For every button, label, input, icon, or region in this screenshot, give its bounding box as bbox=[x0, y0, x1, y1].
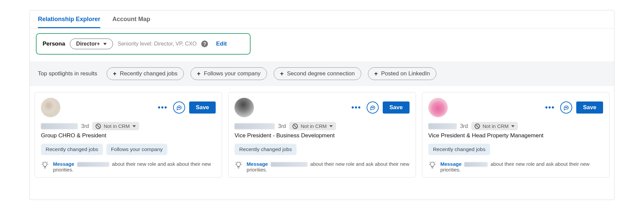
seniority-level: Seniority level: Director, VP, CXO bbox=[118, 41, 197, 47]
prohibit-icon bbox=[292, 124, 298, 129]
crm-status-pill[interactable]: Not in CRM bbox=[471, 122, 518, 130]
crm-status-pill[interactable]: Not in CRM bbox=[92, 122, 139, 130]
lead-name-inline-redacted bbox=[77, 162, 109, 167]
avatar[interactable] bbox=[234, 98, 254, 117]
message-link[interactable]: Message bbox=[53, 161, 74, 167]
tab-account-map[interactable]: Account Map bbox=[112, 10, 150, 28]
more-menu-icon[interactable]: ••• bbox=[544, 103, 556, 112]
avatar[interactable] bbox=[428, 98, 448, 117]
svg-point-2 bbox=[180, 107, 180, 108]
svg-point-4 bbox=[372, 107, 373, 108]
insight-tag: Recently changed jobs bbox=[41, 144, 103, 155]
persona-bar: Persona Director+ Seniority level: Direc… bbox=[36, 33, 251, 55]
connection-degree: 3rd bbox=[278, 123, 286, 129]
hint-suffix: about their new role and ask about their… bbox=[440, 161, 590, 172]
lead-name-redacted[interactable] bbox=[234, 123, 275, 129]
spotlights-label: Top spotlights in results bbox=[38, 70, 97, 77]
save-button[interactable]: Save bbox=[383, 101, 410, 114]
seniority-label: Seniority level: bbox=[118, 41, 153, 47]
tabs: Relationship Explorer Account Map bbox=[30, 10, 614, 28]
svg-point-7 bbox=[566, 107, 567, 108]
message-button[interactable] bbox=[560, 101, 572, 114]
lead-card: ••• Save 3rd Not in CRM bbox=[35, 92, 222, 178]
more-menu-icon[interactable]: ••• bbox=[350, 103, 363, 112]
crm-status-label: Not in CRM bbox=[104, 123, 130, 129]
hint-text: Message about their new role and ask abo… bbox=[53, 161, 216, 172]
save-button[interactable]: Save bbox=[576, 101, 603, 114]
insight-tag: Recently changed jobs bbox=[234, 144, 297, 155]
hint-text: Message about their new role and ask abo… bbox=[247, 161, 409, 172]
lead-title: Group CHRO & President bbox=[41, 132, 216, 139]
lightbulb-icon bbox=[41, 161, 49, 169]
svg-point-1 bbox=[179, 107, 179, 108]
chevron-down-icon bbox=[132, 125, 136, 127]
spotlight-chip-recently-changed-jobs[interactable]: + Recently changed jobs bbox=[107, 67, 184, 80]
svg-point-3 bbox=[372, 107, 372, 108]
svg-point-5 bbox=[373, 107, 374, 108]
lead-card: ••• Save 3rd Not in CRM bbox=[228, 92, 416, 178]
edit-persona-link[interactable]: Edit bbox=[216, 41, 227, 47]
results-cards: ••• Save 3rd Not in CRM bbox=[30, 86, 614, 178]
spotlight-chip-posted-on-linkedin[interactable]: + Posted on LinkedIn bbox=[368, 67, 436, 80]
save-button[interactable]: Save bbox=[189, 101, 216, 114]
lead-name-redacted[interactable] bbox=[41, 123, 78, 129]
help-icon[interactable]: ? bbox=[201, 41, 208, 47]
chevron-down-icon bbox=[329, 125, 333, 127]
svg-point-6 bbox=[565, 107, 566, 108]
crm-status-label: Not in CRM bbox=[301, 123, 327, 129]
more-menu-icon[interactable]: ••• bbox=[157, 103, 169, 112]
crm-status-label: Not in CRM bbox=[483, 123, 509, 129]
spotlight-chip-follows-your-company[interactable]: + Follows your company bbox=[191, 67, 267, 80]
relationship-explorer-panel: Relationship Explorer Account Map Person… bbox=[30, 10, 614, 200]
lead-name-inline-redacted bbox=[271, 162, 308, 167]
chip-label: Posted on LinkedIn bbox=[381, 70, 430, 77]
seniority-value: Director, VP, CXO bbox=[154, 41, 197, 47]
speech-bubble-icon bbox=[563, 104, 569, 111]
chip-label: Second degree connection bbox=[287, 70, 355, 77]
connection-degree: 3rd bbox=[460, 123, 468, 129]
chip-label: Follows your company bbox=[204, 70, 261, 77]
lead-card: ••• Save 3rd Not in CRM bbox=[422, 92, 609, 178]
message-button[interactable] bbox=[173, 101, 185, 114]
persona-selected-value: Director+ bbox=[76, 41, 100, 47]
svg-point-0 bbox=[178, 107, 178, 108]
chip-label: Recently changed jobs bbox=[120, 70, 177, 77]
message-button[interactable] bbox=[367, 101, 379, 114]
spotlight-chip-second-degree-connection[interactable]: + Second degree connection bbox=[274, 67, 361, 80]
prohibit-icon bbox=[96, 124, 101, 129]
connection-degree: 3rd bbox=[81, 123, 89, 129]
speech-bubble-icon bbox=[370, 104, 376, 111]
avatar[interactable] bbox=[41, 98, 60, 117]
message-link[interactable]: Message bbox=[247, 161, 268, 167]
chevron-down-icon bbox=[511, 125, 515, 127]
speech-bubble-icon bbox=[176, 104, 182, 111]
hint-text: Message about their new role and ask abo… bbox=[440, 161, 603, 172]
svg-point-8 bbox=[567, 107, 568, 108]
lightbulb-icon bbox=[428, 161, 436, 169]
message-link[interactable]: Message bbox=[440, 161, 462, 167]
crm-status-pill[interactable]: Not in CRM bbox=[289, 122, 336, 130]
hint-suffix: about their new role and ask about their… bbox=[53, 161, 211, 172]
lightbulb-icon bbox=[234, 161, 243, 169]
lead-title: Vice President - Business Development bbox=[234, 132, 409, 139]
prohibit-icon bbox=[475, 124, 480, 129]
caret-down-icon bbox=[103, 43, 107, 45]
insight-tag: Recently changed jobs bbox=[428, 144, 490, 155]
insight-tag: Follows your company bbox=[106, 144, 167, 155]
lead-title: Vice President & Head Property Managemen… bbox=[428, 132, 603, 139]
lead-name-redacted[interactable] bbox=[428, 123, 457, 129]
persona-select[interactable]: Director+ bbox=[70, 39, 113, 49]
persona-label: Persona bbox=[43, 41, 65, 47]
lead-name-inline-redacted bbox=[464, 162, 488, 167]
tab-relationship-explorer[interactable]: Relationship Explorer bbox=[38, 10, 100, 28]
spotlights-bar: Top spotlights in results + Recently cha… bbox=[30, 61, 614, 86]
